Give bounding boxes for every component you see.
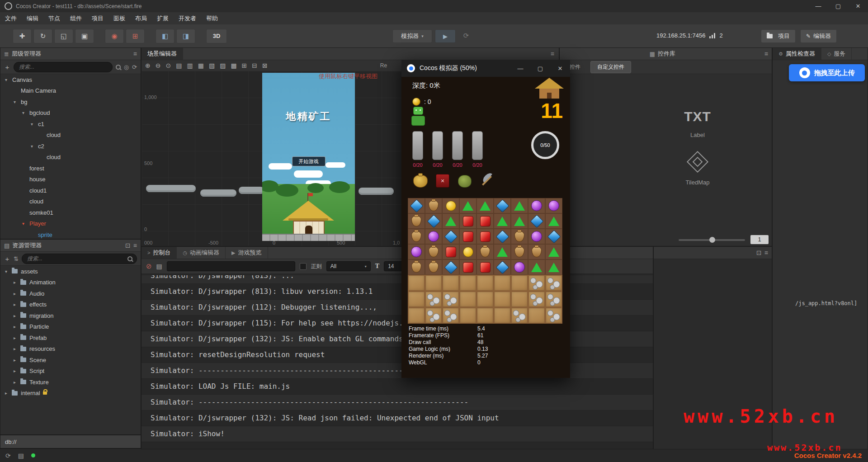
board-cell[interactable]	[425, 213, 442, 229]
board-cell[interactable]	[459, 213, 476, 229]
dirt-tile[interactable]	[476, 291, 494, 307]
search-icon[interactable]	[116, 65, 121, 70]
board-cell[interactable]	[425, 244, 442, 259]
expand-arrow[interactable]: ▾	[5, 77, 12, 82]
panel-menu-icon[interactable]: ≡	[133, 242, 137, 249]
dirt-tile[interactable]	[442, 275, 459, 291]
tab-scene-editor[interactable]: 场景编辑器	[142, 48, 183, 60]
tree-node[interactable]: ▸effects	[0, 299, 141, 311]
board-cell[interactable]	[494, 198, 511, 213]
tree-node[interactable]: ▸Scene	[0, 354, 141, 366]
dirt-tile[interactable]	[511, 275, 528, 291]
board-cell[interactable]	[476, 213, 494, 229]
item-slot-tnt[interactable]: ✕	[434, 171, 452, 189]
tree-node[interactable]: ▾assets	[0, 266, 141, 277]
log-type-select[interactable]: All ▾	[326, 261, 371, 271]
menu-item[interactable]: 组件	[65, 12, 87, 24]
expand-arrow[interactable]: ▾	[22, 110, 29, 115]
widget-item[interactable]: TiledMap	[686, 152, 710, 186]
simulator-titlebar[interactable]: Cocos 模拟器 (50%) — ▢ ✕	[401, 60, 570, 77]
minimize-button[interactable]: —	[808, 0, 828, 12]
gizmo-2d-toggle[interactable]: ◧	[156, 29, 175, 43]
expand-arrow[interactable]: ▸	[14, 302, 20, 307]
dirt-tile[interactable]	[476, 275, 494, 291]
tree-node[interactable]: ▸Animation	[0, 277, 141, 288]
menu-item[interactable]: 扩展	[152, 12, 174, 24]
tree-node[interactable]: cloud	[0, 196, 141, 207]
tree-node[interactable]: somke01	[0, 207, 141, 218]
board-cell[interactable]	[408, 244, 425, 259]
expand-arrow[interactable]: ▾	[22, 221, 29, 226]
rotate-tool[interactable]: ↻	[33, 29, 52, 43]
board-cell[interactable]	[528, 198, 545, 213]
tree-node[interactable]: forest	[0, 163, 141, 174]
board-cell[interactable]	[528, 213, 545, 229]
expand-arrow[interactable]: ▸	[14, 346, 20, 351]
close-button[interactable]: ✕	[848, 0, 868, 12]
pivot-toggle[interactable]: ◉	[105, 29, 124, 43]
sort-icon[interactable]: ⇅	[14, 255, 19, 262]
start-game-button[interactable]: 开始游戏	[292, 156, 326, 166]
dirt-tile[interactable]	[408, 307, 425, 324]
board-cell[interactable]	[442, 244, 459, 259]
panel-menu-icon[interactable]: ≡	[764, 249, 768, 256]
minimize-button[interactable]: —	[510, 60, 530, 77]
dirt-tile[interactable]	[511, 291, 528, 307]
tree-node[interactable]: ▸Script	[0, 366, 141, 377]
board-cell[interactable]	[494, 244, 511, 259]
board-cell[interactable]	[425, 198, 442, 213]
tab-console[interactable]: >控制台	[142, 247, 177, 259]
board-cell[interactable]	[494, 229, 511, 244]
tree-node[interactable]: ▾c1	[0, 118, 141, 130]
board-cell[interactable]	[476, 244, 494, 259]
home-button[interactable]	[535, 78, 564, 100]
dirt-tile[interactable]	[459, 291, 476, 307]
maximize-button[interactable]: ▢	[530, 60, 550, 77]
icon-size-value[interactable]: 1	[750, 235, 769, 244]
align-center-icon[interactable]: ▥	[187, 62, 193, 69]
maximize-button[interactable]: ▢	[828, 0, 848, 12]
tab-animation-editor[interactable]: ◷动画编辑器	[177, 247, 226, 259]
board-cell[interactable]	[494, 213, 511, 229]
refresh-icon[interactable]: ⟳	[5, 452, 11, 459]
tree-node[interactable]: ▸internal	[0, 388, 141, 399]
upload-button[interactable]: 拖拽至此上传	[789, 64, 865, 81]
rock-tile[interactable]	[425, 291, 442, 307]
tree-node[interactable]: ▾c2	[0, 141, 141, 152]
dirt-tile[interactable]	[459, 275, 476, 291]
expand-arrow[interactable]: ▾	[5, 269, 12, 274]
open-log-file-icon[interactable]: ▤	[156, 263, 162, 270]
board-cell[interactable]	[528, 229, 545, 244]
dirt-tile[interactable]	[425, 275, 442, 291]
icon-size-slider[interactable]	[679, 239, 745, 241]
distribute-v-icon[interactable]: ⊟	[252, 62, 257, 69]
widget-item[interactable]: TXTLabel	[684, 109, 711, 138]
board-cell[interactable]	[408, 198, 425, 213]
zoom-out-icon[interactable]: ⊖	[156, 62, 161, 69]
tree-node[interactable]: ▸Particle	[0, 321, 141, 333]
expand-arrow[interactable]: ▸	[14, 335, 20, 340]
board-cell[interactable]	[476, 229, 494, 244]
board-cell[interactable]	[545, 229, 562, 244]
expand-arrow[interactable]: ▸	[14, 313, 20, 318]
rock-tile[interactable]	[442, 291, 459, 307]
tree-node[interactable]: ▾bgcloud	[0, 108, 141, 119]
board-cell[interactable]	[511, 198, 528, 213]
rock-tile[interactable]	[545, 291, 562, 307]
tab-game-preview[interactable]: ▶游戏预览	[226, 247, 268, 259]
regex-checkbox[interactable]	[300, 263, 307, 270]
board-cell[interactable]	[511, 213, 528, 229]
menu-item[interactable]: 项目	[87, 12, 108, 24]
tree-node[interactable]: ▸migration	[0, 310, 141, 321]
camera-preview[interactable]: 地精矿工 开始游戏	[262, 73, 355, 241]
board-cell[interactable]	[408, 259, 425, 275]
zoom-in-icon[interactable]: ⊕	[145, 62, 151, 69]
zoom-reset-icon[interactable]: ⊙	[165, 62, 171, 69]
tree-node[interactable]: ▸resources	[0, 344, 141, 355]
board-cell[interactable]	[545, 198, 562, 213]
expand-arrow[interactable]: ▸	[14, 368, 20, 373]
rock-tile[interactable]	[442, 307, 459, 324]
board-cell[interactable]	[459, 229, 476, 244]
board-cell[interactable]	[528, 259, 545, 275]
expand-arrow[interactable]: ▸	[14, 380, 20, 385]
